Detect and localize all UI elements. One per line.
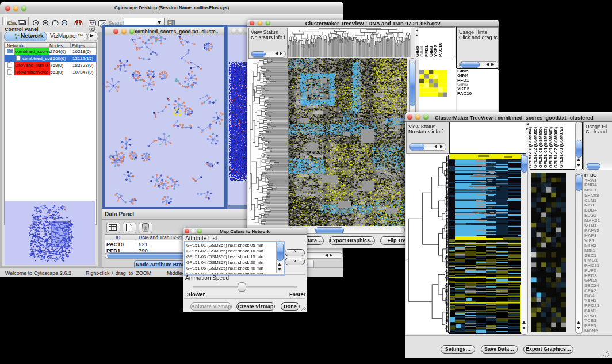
svg-text:1:1: 1:1 [63, 22, 67, 25]
